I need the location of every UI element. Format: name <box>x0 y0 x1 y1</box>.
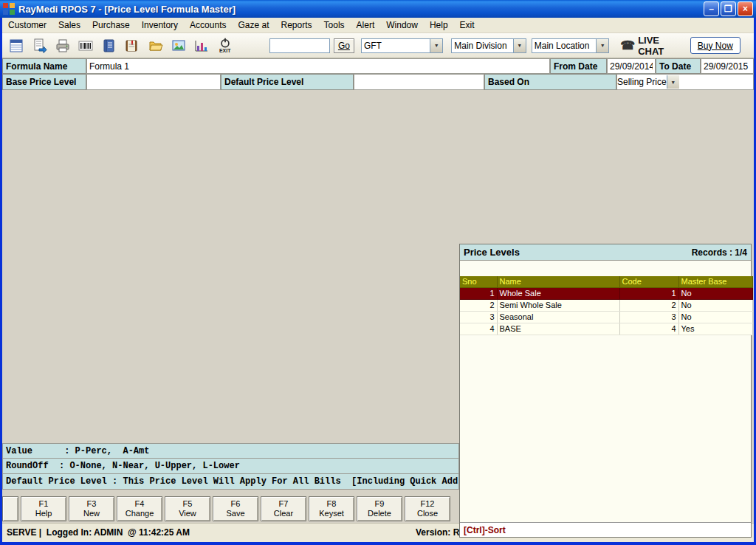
based-on-select[interactable]: Selling Price ▼ <box>616 74 754 90</box>
store-select[interactable]: GFT ▼ <box>361 38 443 53</box>
fkey-key: F8 <box>327 499 337 509</box>
default-price-level-input[interactable] <box>354 74 484 90</box>
save-button[interactable]: F6 Save <box>213 496 258 521</box>
buy-now-button[interactable]: Buy Now <box>690 37 740 54</box>
base-price-level-input[interactable] <box>86 74 221 90</box>
division-select[interactable]: Main Division ▼ <box>451 38 526 53</box>
location-select-value: Main Location <box>532 41 596 51</box>
formula-name-label: Formula Name <box>2 58 86 74</box>
export-page-icon[interactable] <box>30 35 49 56</box>
fkey-label: Clear <box>274 509 293 518</box>
sort-hint: [Ctrl]-Sort <box>460 522 751 537</box>
base-price-level-label: Base Price Level <box>2 74 86 90</box>
keyset-button[interactable]: F8 Keyset <box>309 496 354 521</box>
panel-spacer <box>460 261 751 276</box>
table-row[interactable]: 4 BASE 4 Yes <box>460 323 752 335</box>
col-header-name[interactable]: Name <box>497 276 619 287</box>
phone-icon: ☎ <box>620 38 635 52</box>
info-line-roundoff: RoundOff : O-None, N-Near, U-Upper, L-Lo… <box>2 459 459 474</box>
chevron-down-icon[interactable]: ▼ <box>596 39 608 52</box>
journal-icon[interactable] <box>100 35 119 56</box>
menu-help[interactable]: Help <box>424 18 454 32</box>
search-input[interactable] <box>269 38 330 53</box>
fkey-key: F9 <box>375 499 385 509</box>
location-select[interactable]: Main Location ▼ <box>532 38 609 53</box>
fkey-label: Keyset <box>319 509 344 518</box>
price-levels-panel: Price Levels Records : 1/4 Sno Name Code… <box>459 244 752 538</box>
fkey-label: View <box>179 509 196 518</box>
fkey-label: Close <box>417 509 438 518</box>
fkey-key: F7 <box>279 499 289 509</box>
price-levels-header: Price Levels Records : 1/4 <box>460 244 751 261</box>
from-date-label: From Date <box>550 58 607 74</box>
menu-accounts[interactable]: Accounts <box>184 18 232 32</box>
to-date-label: To Date <box>656 58 701 74</box>
folder-open-icon[interactable] <box>145 35 165 56</box>
menu-gaze-at[interactable]: Gaze at <box>232 18 275 32</box>
menu-purchase[interactable]: Purchase <box>86 18 136 32</box>
exit-icon[interactable]: EXIT <box>216 35 235 56</box>
menu-reports[interactable]: Reports <box>275 18 318 32</box>
menu-inventory[interactable]: Inventory <box>136 18 184 32</box>
view-button[interactable]: F5 View <box>165 496 210 521</box>
clear-button[interactable]: F7 Clear <box>261 496 306 521</box>
delete-button[interactable]: F9 Delete <box>357 496 402 521</box>
from-date-input[interactable] <box>607 58 656 74</box>
ledger-icon[interactable] <box>123 35 142 56</box>
chevron-down-icon[interactable]: ▼ <box>430 39 442 52</box>
printer-icon[interactable] <box>53 35 72 56</box>
blank-button[interactable] <box>2 496 18 521</box>
change-button[interactable]: F4 Change <box>117 496 162 521</box>
chevron-down-icon[interactable]: ▼ <box>513 39 526 52</box>
col-header-sno[interactable]: Sno <box>460 276 497 287</box>
live-chat-button[interactable]: ☎ LIVE CHAT <box>620 35 686 57</box>
col-header-master-base[interactable]: Master Base <box>678 276 752 287</box>
app-window: RayMedi RPOS 7 - [Price Level Formula Ma… <box>0 0 756 545</box>
chart-icon[interactable] <box>192 35 211 56</box>
app-logo-icon <box>3 3 16 16</box>
gallery-icon[interactable] <box>169 35 188 56</box>
menu-sales[interactable]: Sales <box>52 18 86 32</box>
barcode-icon[interactable] <box>76 35 95 56</box>
go-button[interactable]: Go <box>334 38 354 53</box>
fkey-key: F5 <box>183 499 193 509</box>
login-status: SERVE | Logged In: ADMIN @ 11:42:25 AM <box>7 527 190 538</box>
col-header-code[interactable]: Code <box>619 276 678 287</box>
table-row[interactable]: 3 Seasonal 3 No <box>460 311 752 323</box>
based-on-label: Based On <box>484 74 616 90</box>
fkey-key: F4 <box>135 499 145 509</box>
menu-alert[interactable]: Alert <box>351 18 381 32</box>
menu-tools[interactable]: Tools <box>318 18 351 32</box>
fkey-label: Delete <box>368 509 391 518</box>
table-row[interactable]: 2 Semi Whole Sale 2 No <box>460 299 752 311</box>
menu-window[interactable]: Window <box>380 18 424 32</box>
fkey-label: Save <box>226 509 244 518</box>
table-row[interactable]: 1 Whole Sale 1 No <box>460 287 752 299</box>
window-border-left <box>0 18 2 545</box>
price-levels-table: Sno Name Code Master Base 1 Whole Sale 1… <box>460 276 753 335</box>
new-button[interactable]: F3 New <box>69 496 114 521</box>
help-button[interactable]: F1 Help <box>21 496 66 521</box>
restore-button[interactable]: ❐ <box>721 1 736 16</box>
formula-name-input[interactable] <box>86 58 550 74</box>
toolbar: EXIT Go GFT ▼ Main Division ▼ Main Locat… <box>2 33 754 58</box>
close-button[interactable]: × <box>738 1 753 16</box>
menu-exit[interactable]: Exit <box>454 18 481 32</box>
close-form-button[interactable]: F12 Close <box>405 496 450 521</box>
fkey-key: F3 <box>87 499 97 509</box>
panel-title: Price Levels <box>464 247 692 258</box>
function-key-bar: F1 Help F3 New F4 Change F5 View F6 Save… <box>2 496 450 521</box>
fkey-key: F6 <box>231 499 241 509</box>
to-date-input[interactable] <box>701 58 754 74</box>
minimize-button[interactable]: – <box>704 1 719 16</box>
menu-customer[interactable]: Customer <box>2 18 52 32</box>
store-select-value: GFT <box>362 41 430 51</box>
fkey-key: F1 <box>39 499 49 509</box>
default-price-level-label: Default Price Level <box>221 74 354 90</box>
report-icon[interactable] <box>7 35 26 56</box>
records-count: Records : 1/4 <box>692 247 747 258</box>
chevron-down-icon[interactable]: ▼ <box>667 75 679 89</box>
table-header-row: Sno Name Code Master Base <box>460 276 752 287</box>
division-select-value: Main Division <box>452 41 513 51</box>
live-chat-label: LIVE CHAT <box>638 35 686 57</box>
